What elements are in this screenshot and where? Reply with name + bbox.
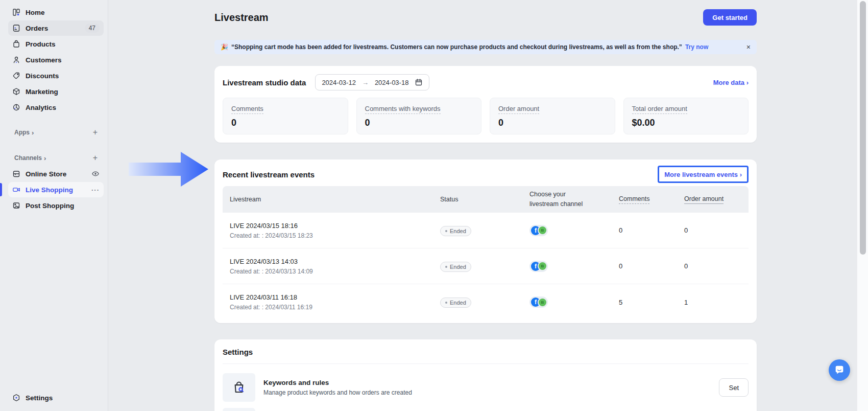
eye-icon[interactable] <box>91 170 100 178</box>
stat-value: 0 <box>498 118 607 128</box>
shopping-bag-icon <box>12 40 20 48</box>
home-icon <box>12 8 20 16</box>
table-row[interactable]: LIVE 2024/03/13 14:03 Created at: : 2024… <box>223 248 749 284</box>
channels-label: Channels <box>14 154 42 162</box>
green-b-channel-icon: B <box>539 299 546 306</box>
stat-label[interactable]: Comments <box>231 105 263 114</box>
date-start-value: 2024-03-12 <box>322 79 356 86</box>
sidebar-item-customers[interactable]: Customers <box>8 52 104 67</box>
comments-count: 5 <box>612 299 677 306</box>
channel-icons-group[interactable]: fB <box>529 225 548 236</box>
more-data-link[interactable]: More data › <box>713 79 749 86</box>
party-popper-icon: 🎉 <box>221 43 228 51</box>
set-button[interactable]: Set <box>719 378 749 397</box>
recent-events-title: Recent livestream events <box>223 170 315 179</box>
banner-text: “Shopping cart mode has been added for l… <box>231 43 682 51</box>
highlight-annotation-box: More livestream events › <box>658 166 749 183</box>
column-header-order-amount[interactable]: Order amount <box>677 195 749 204</box>
setting-row-partial <box>223 408 749 411</box>
stat-label[interactable]: Comments with keywords <box>365 105 441 114</box>
main-content: Livestream Get started 🎉 “Shopping cart … <box>214 0 757 411</box>
chat-bubble-icon <box>834 364 845 376</box>
table-header: Livestream Status Choose your livestream… <box>223 186 749 213</box>
order-amount-value: 1 <box>677 299 749 306</box>
stats-row: Comments 0 Comments with keywords 0 Orde… <box>223 98 749 134</box>
orders-icon <box>12 24 20 32</box>
add-app-button[interactable]: + <box>93 128 98 137</box>
table-row[interactable]: LIVE 2024/03/15 18:16 Created at: : 2024… <box>223 213 749 248</box>
video-camera-icon <box>12 186 20 194</box>
try-now-link[interactable]: Try now <box>685 43 708 51</box>
person-icon <box>12 56 20 64</box>
column-header-channel: Choose your livestream channel <box>522 190 612 209</box>
more-livestream-events-link[interactable]: More livestream events › <box>664 171 742 178</box>
keywords-tile <box>223 373 255 402</box>
date-range-picker[interactable]: 2024-03-12 → 2024-03-18 <box>315 74 429 90</box>
green-b-channel-icon: B <box>539 262 546 270</box>
status-badge: Ended <box>440 298 471 308</box>
sidebar-item-label: Customers <box>26 56 62 64</box>
status-dot-icon <box>445 266 447 268</box>
livestream-title: LIVE 2024/03/13 14:03 <box>230 258 433 265</box>
channel-icons-group[interactable]: fB <box>529 261 548 272</box>
chevron-right-icon: › <box>32 129 34 136</box>
sidebar-item-settings[interactable]: Settings <box>8 390 104 405</box>
active-indicator <box>0 183 2 196</box>
column-header-comments[interactable]: Comments <box>612 195 677 204</box>
status-badge: Ended <box>440 262 471 272</box>
divider <box>223 363 749 364</box>
sidebar-item-discounts[interactable]: Discounts <box>8 68 104 83</box>
sidebar: Home Orders 47 Products Customers Discou… <box>0 0 108 411</box>
page-scrollbar[interactable] <box>857 0 868 411</box>
orders-count-badge: 47 <box>85 24 100 33</box>
cube-icon <box>12 87 20 96</box>
sidebar-item-products[interactable]: Products <box>8 36 104 52</box>
sidebar-item-label: Marketing <box>26 88 58 96</box>
studio-data-title: Livestream studio data <box>223 78 306 87</box>
sidebar-item-label: Post Shopping <box>26 202 74 210</box>
setting-tile <box>223 408 255 411</box>
sidebar-item-analytics[interactable]: Analytics <box>8 100 104 115</box>
comments-count: 0 <box>612 262 677 270</box>
gear-icon <box>12 394 20 402</box>
sidebar-item-label: Settings <box>26 394 53 402</box>
apps-label: Apps <box>14 129 30 136</box>
stat-value: 0 <box>231 118 340 128</box>
setting-title: Keywords and rules <box>263 379 711 386</box>
stat-label[interactable]: Total order amount <box>632 105 687 114</box>
sidebar-item-live-shopping[interactable]: Live Shopping ··· <box>8 182 104 197</box>
setting-row-keywords: Keywords and rules Manage product keywor… <box>223 373 749 402</box>
order-amount-value: 0 <box>677 226 749 234</box>
settings-card: Settings Keywords and rules Manage produ… <box>214 339 757 411</box>
sidebar-item-home[interactable]: Home <box>8 5 104 20</box>
sidebar-item-online-store[interactable]: Online Store <box>8 166 104 181</box>
livestream-title: LIVE 2024/03/11 16:18 <box>230 293 433 301</box>
status-badge: Ended <box>440 226 471 236</box>
stat-card-order-amount: Order amount 0 <box>490 98 615 134</box>
more-options-icon[interactable]: ··· <box>91 186 100 194</box>
sidebar-item-marketing[interactable]: Marketing <box>8 84 104 99</box>
sidebar-item-orders[interactable]: Orders 47 <box>8 20 104 36</box>
channel-icons-group[interactable]: fB <box>529 296 548 308</box>
setting-description: Manage product keywords and how orders a… <box>263 389 711 396</box>
stat-card-comments-keywords: Comments with keywords 0 <box>356 98 482 134</box>
livestream-title: LIVE 2024/03/15 18:16 <box>230 222 433 230</box>
status-dot-icon <box>445 230 447 232</box>
sidebar-item-label: Live Shopping <box>26 186 73 194</box>
livestream-created-at: Created at: : 2024/03/13 14:09 <box>230 268 433 275</box>
green-b-channel-icon: B <box>539 226 546 234</box>
close-icon[interactable]: × <box>746 43 751 51</box>
stat-label[interactable]: Order amount <box>498 105 539 114</box>
channels-section-header[interactable]: Channels › + <box>14 152 98 164</box>
table-row[interactable]: LIVE 2024/03/11 16:18 Created at: : 2024… <box>223 284 749 320</box>
tag-icon <box>12 72 20 80</box>
scrollbar-thumb[interactable] <box>860 1 866 255</box>
add-channel-button[interactable]: + <box>93 153 98 163</box>
column-header-livestream: Livestream <box>223 196 433 203</box>
get-started-button[interactable]: Get started <box>703 9 757 26</box>
stat-value: $0.00 <box>632 118 740 128</box>
chat-launcher-button[interactable] <box>829 359 850 381</box>
sidebar-item-label: Orders <box>26 25 48 32</box>
sidebar-item-post-shopping[interactable]: Post Shopping <box>8 198 104 213</box>
apps-section-header[interactable]: Apps › + <box>14 126 98 139</box>
